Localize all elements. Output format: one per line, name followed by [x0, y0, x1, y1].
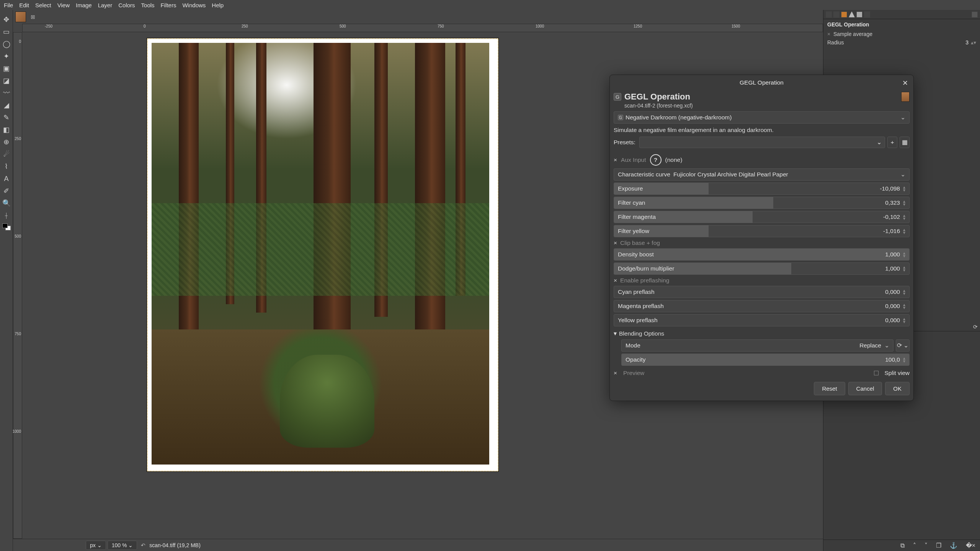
- bucket-fill-tool-icon[interactable]: ◢: [1, 99, 12, 111]
- menu-colors[interactable]: Colors: [115, 1, 138, 10]
- spinner-icon[interactable]: ▴▾: [971, 39, 976, 46]
- menu-file[interactable]: File: [1, 1, 16, 10]
- delete-layer-icon[interactable]: �×: [966, 542, 975, 549]
- dock-menu-icon[interactable]: [972, 11, 978, 18]
- warp-tool-icon[interactable]: 〰: [1, 87, 12, 99]
- yellow-preflash-slider[interactable]: Yellow preflash 0,000 ▴▾: [614, 314, 910, 326]
- characteristic-curve-select[interactable]: Characteristic curve Fujicolor Crystal A…: [614, 168, 910, 181]
- filter-yellow-slider[interactable]: Filter yellow -1,016 ▴▾: [614, 225, 910, 237]
- reset-button[interactable]: Reset: [814, 382, 845, 395]
- dock-tab-icon[interactable]: [849, 11, 855, 18]
- collapse-icon[interactable]: ▾: [614, 330, 617, 337]
- menu-layer[interactable]: Layer: [95, 1, 116, 10]
- enable-preflashing-checkbox[interactable]: × Enable preflashing: [614, 277, 910, 284]
- text-tool-icon[interactable]: A: [1, 173, 12, 184]
- exposure-slider[interactable]: Exposure -10,098 ▴▾: [614, 183, 910, 195]
- blend-mode-select[interactable]: Mode Replace ⌄: [621, 339, 893, 352]
- manage-presets-icon[interactable]: ▦: [900, 137, 910, 148]
- rect-select-tool-icon[interactable]: ▭: [1, 26, 12, 37]
- smudge-tool-icon[interactable]: ☄: [1, 148, 12, 160]
- move-tool-icon[interactable]: ✥: [1, 14, 12, 25]
- ok-button[interactable]: OK: [885, 382, 910, 395]
- menu-view[interactable]: View: [54, 1, 73, 10]
- aux-input-picker-icon[interactable]: ?: [650, 154, 662, 166]
- spinner-icon[interactable]: ▴▾: [903, 266, 905, 272]
- new-layer-icon[interactable]: ⧉: [900, 542, 905, 549]
- duplicate-layer-icon[interactable]: ❐: [936, 542, 941, 549]
- preview-checkbox-label[interactable]: Preview: [623, 370, 644, 377]
- dock-tab-icon[interactable]: [833, 11, 840, 18]
- fg-color-swatch[interactable]: [2, 223, 8, 228]
- cyan-preflash-slider[interactable]: Cyan preflash 0,000 ▴▾: [614, 286, 910, 298]
- dock-param-radius[interactable]: Radius 3 ▴▾: [823, 38, 980, 47]
- ruler-vertical[interactable]: 0 250 500 750 1000: [13, 32, 22, 539]
- zoom-dropdown[interactable]: 100 % ⌄: [108, 541, 137, 550]
- cancel-button[interactable]: Cancel: [848, 382, 882, 395]
- reset-param-icon[interactable]: ×: [614, 277, 617, 284]
- spinner-icon[interactable]: ▴▾: [903, 251, 905, 258]
- dock-tab-icon[interactable]: [864, 11, 870, 18]
- anchor-layer-icon[interactable]: ⚓: [950, 542, 957, 549]
- spinner-icon[interactable]: ▴▾: [903, 357, 905, 363]
- measure-tool-icon[interactable]: ⟊: [1, 210, 12, 221]
- reset-param-icon[interactable]: ×: [614, 240, 617, 246]
- clip-base-fog-checkbox[interactable]: × Clip base + fog: [614, 240, 910, 246]
- menu-tools[interactable]: Tools: [138, 1, 158, 10]
- blend-space-button[interactable]: ⟳ ⌄: [896, 339, 910, 352]
- image-tab-thumbnail[interactable]: [15, 11, 26, 22]
- menu-image[interactable]: Image: [73, 1, 95, 10]
- ruler-horizontal[interactable]: -250 0 250 500 750 1000 1250 1500: [22, 24, 823, 32]
- menu-select[interactable]: Select: [32, 1, 54, 10]
- presets-dropdown[interactable]: ⌄: [639, 137, 885, 148]
- spinner-icon[interactable]: ▴▾: [903, 214, 905, 220]
- split-view-checkbox[interactable]: [874, 371, 879, 375]
- split-view-label[interactable]: Split view: [885, 370, 910, 377]
- free-select-tool-icon[interactable]: ◯: [1, 38, 12, 50]
- menu-edit[interactable]: Edit: [16, 1, 32, 10]
- fuzzy-select-tool-icon[interactable]: ✦: [1, 51, 12, 62]
- density-boost-slider[interactable]: Density boost 1,000 ▴▾: [614, 248, 910, 261]
- spinner-icon[interactable]: ▴▾: [903, 228, 905, 234]
- reset-param-icon[interactable]: ×: [614, 156, 617, 163]
- reset-param-icon[interactable]: ×: [827, 31, 831, 37]
- refresh-icon[interactable]: ⟳: [973, 324, 978, 330]
- menu-help[interactable]: Help: [209, 1, 227, 10]
- menu-windows[interactable]: Windows: [179, 1, 209, 10]
- param-value[interactable]: 3: [965, 39, 969, 46]
- spinner-icon[interactable]: ▴▾: [903, 289, 905, 295]
- menu-filters[interactable]: Filters: [158, 1, 180, 10]
- unit-dropdown[interactable]: px ⌄: [86, 541, 106, 550]
- add-preset-icon[interactable]: +: [887, 137, 897, 148]
- dialog-titlebar[interactable]: GEGL Operation ✕: [610, 75, 913, 90]
- color-picker-tool-icon[interactable]: ✐: [1, 185, 12, 197]
- magenta-preflash-slider[interactable]: Magenta preflash 0,000 ▴▾: [614, 300, 910, 312]
- spinner-icon[interactable]: ▴▾: [903, 200, 905, 206]
- transform-tool-icon[interactable]: ◪: [1, 75, 12, 86]
- path-tool-icon[interactable]: ⌇: [1, 161, 12, 172]
- spinner-icon[interactable]: ▴▾: [903, 303, 905, 309]
- dodge-burn-slider[interactable]: Dodge/burn multiplier 1,000 ▴▾: [614, 262, 910, 275]
- canvas-page[interactable]: [147, 38, 498, 471]
- undo-history-icon[interactable]: ↶: [139, 542, 148, 548]
- spinner-icon[interactable]: ▴▾: [903, 317, 905, 323]
- dock-tab-icon[interactable]: [826, 11, 832, 18]
- zoom-tool-icon[interactable]: 🔍: [1, 197, 12, 209]
- dock-tab-icon[interactable]: [856, 11, 862, 18]
- operation-select[interactable]: G Negative Darkroom (negative-darkroom) …: [614, 111, 910, 124]
- raise-layer-icon[interactable]: ˄: [913, 542, 916, 549]
- clone-tool-icon[interactable]: ⊕: [1, 136, 12, 148]
- image-tab-close-icon[interactable]: ⊠: [28, 14, 38, 20]
- dialog-close-icon[interactable]: ✕: [902, 79, 908, 87]
- dock-param-sample-average[interactable]: × Sample average: [823, 30, 980, 38]
- dock-tab-icon[interactable]: [841, 11, 847, 18]
- eraser-tool-icon[interactable]: ◧: [1, 124, 12, 135]
- lower-layer-icon[interactable]: ˅: [924, 542, 928, 549]
- spinner-icon[interactable]: ▴▾: [903, 186, 905, 192]
- reset-param-icon[interactable]: ×: [614, 370, 617, 377]
- paintbrush-tool-icon[interactable]: ✎: [1, 112, 12, 123]
- crop-tool-icon[interactable]: ▣: [1, 63, 12, 74]
- opacity-slider[interactable]: Opacity 100,0 ▴▾: [621, 354, 910, 366]
- filter-cyan-slider[interactable]: Filter cyan 0,323 ▴▾: [614, 197, 910, 209]
- filter-magenta-slider[interactable]: Filter magenta -0,102 ▴▾: [614, 211, 910, 223]
- color-swatch[interactable]: [2, 223, 11, 230]
